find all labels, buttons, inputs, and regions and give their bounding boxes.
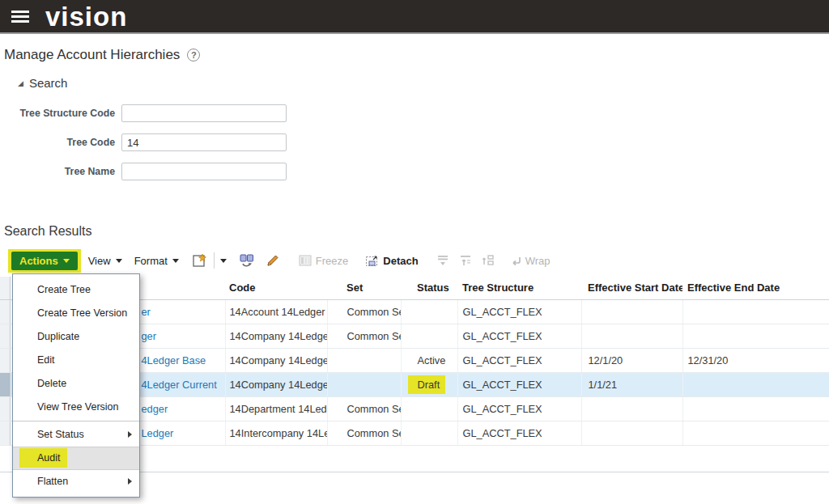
new-dropdown-caret-icon[interactable]	[220, 259, 227, 263]
toolbar-separator	[214, 252, 215, 269]
tree-code-label: Tree Code	[0, 137, 121, 148]
tree-name-input[interactable]	[121, 163, 287, 180]
chevron-down-icon	[172, 259, 179, 263]
tree-name-link[interactable]: 4Ledger Current	[142, 379, 225, 391]
menu-item-view-tree-version[interactable]: View Tree Version	[13, 396, 139, 419]
results-toolbar: Actions View Format	[0, 249, 829, 272]
top-navigation-bar: vision	[0, 0, 829, 34]
draft-status-highlight: Draft	[408, 375, 446, 394]
tree-name-link[interactable]: ger	[142, 330, 225, 342]
tree-structure-code-input[interactable]	[121, 104, 287, 122]
wrap-button: Wrap	[510, 255, 551, 267]
tree-name-link[interactable]: Ledger	[142, 427, 225, 439]
wrap-icon	[510, 256, 521, 266]
audit-highlight: Audit	[19, 448, 67, 468]
tree-name-label: Tree Name	[0, 166, 121, 177]
freeze-button: Freeze	[299, 255, 348, 267]
submenu-arrow-icon	[128, 431, 132, 438]
go-to-top-icon	[436, 255, 449, 266]
menu-item-flatten[interactable]: Flatten	[13, 470, 139, 493]
view-menu-button[interactable]: View	[88, 255, 122, 267]
search-section-label: Search	[29, 76, 68, 90]
menu-item-delete[interactable]: Delete	[13, 372, 139, 396]
chevron-down-icon	[63, 259, 70, 263]
row-selector-cell[interactable]	[0, 372, 10, 396]
show-as-top-icon	[482, 255, 495, 266]
tree-name-link[interactable]: er	[142, 306, 225, 318]
column-header-code[interactable]: Code	[225, 277, 327, 299]
column-header-set[interactable]: Set	[327, 277, 401, 299]
menu-item-duplicate[interactable]: Duplicate	[13, 325, 139, 349]
go-up-icon	[459, 255, 472, 266]
new-icon[interactable]	[193, 254, 206, 268]
submenu-arrow-icon	[128, 478, 132, 485]
actions-button-highlight: Actions	[8, 249, 81, 273]
edit-pencil-icon[interactable]	[266, 254, 279, 268]
detach-icon	[365, 255, 379, 267]
menu-item-create-tree-version[interactable]: Create Tree Version	[13, 302, 139, 325]
freeze-icon	[299, 255, 312, 266]
tree-code-input[interactable]	[121, 133, 287, 151]
column-header-status[interactable]: Status	[401, 277, 457, 299]
menu-item-edit[interactable]: Edit	[13, 349, 139, 372]
vision-logo: vision	[45, 3, 127, 30]
row-header-column	[0, 277, 10, 299]
page-title: Manage Account Hierarchies	[4, 47, 180, 63]
query-by-example-icon[interactable]	[239, 254, 254, 268]
actions-dropdown-menu: Create Tree Create Tree Version Duplicat…	[12, 273, 140, 498]
tree-name-link[interactable]: 4Ledger Base	[142, 354, 225, 366]
menu-item-create-tree[interactable]: Create Tree	[13, 278, 139, 302]
detach-button[interactable]: Detach	[365, 255, 418, 267]
hamburger-menu-icon[interactable]	[11, 8, 29, 25]
actions-menu-button[interactable]: Actions	[11, 252, 78, 270]
column-header-tree-structure[interactable]: Tree Structure	[457, 277, 581, 299]
tree-name-link[interactable]: edger	[142, 403, 225, 415]
app-window: vision Manage Account Hierarchies ? ◢ Se…	[0, 0, 829, 504]
menu-item-set-status[interactable]: Set Status	[13, 423, 139, 447]
chevron-down-icon	[116, 259, 122, 263]
collapse-triangle-icon[interactable]: ◢	[18, 79, 23, 87]
column-header-effective-end-date[interactable]: Effective End Date	[682, 277, 829, 299]
column-header-effective-start-date[interactable]: Effective Start Date	[581, 277, 682, 299]
menu-item-audit[interactable]: Audit	[13, 447, 139, 470]
menu-separator	[13, 421, 139, 421]
help-icon[interactable]: ?	[187, 49, 200, 61]
search-results-heading: Search Results	[4, 224, 829, 239]
tree-structure-code-label: Tree Structure Code	[0, 108, 121, 119]
format-menu-button[interactable]: Format	[134, 255, 179, 267]
